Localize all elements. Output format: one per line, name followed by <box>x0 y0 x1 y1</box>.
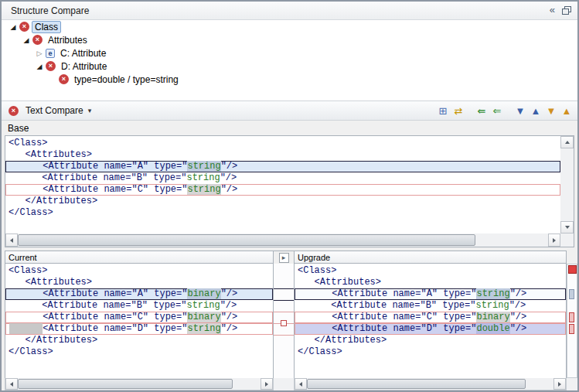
diff-change-icon: × <box>46 61 56 71</box>
upgrade-pane-label: Upgrade <box>298 253 330 262</box>
copy-current-right-to-left-icon[interactable]: ⇐ <box>489 103 505 118</box>
chevron-down-icon: ▾ <box>88 107 92 114</box>
compare-editor-window: Structure Compare « ◢×Class◢×Attributes▷… <box>0 0 579 392</box>
code-line[interactable]: <Class> <box>5 265 273 277</box>
code-line[interactable]: </Class> <box>5 346 273 358</box>
tree-expander-icon[interactable]: ◢ <box>34 63 45 70</box>
base-pane-label: Base <box>8 123 29 134</box>
copy-all-right-to-left-icon[interactable]: ⇚ <box>474 103 489 118</box>
code-line[interactable]: <Class> <box>295 265 566 277</box>
code-line[interactable]: <Attribute name="C" type="binary"/> <box>295 312 566 323</box>
code-line[interactable]: <Attributes> <box>5 149 560 161</box>
overview-ruler-header <box>567 251 577 264</box>
overview-ruler <box>567 251 577 390</box>
code-line[interactable]: <Attribute name="A" type="binary"/> <box>5 288 273 300</box>
collapse-panel-icon[interactable]: « <box>550 5 555 15</box>
scroll-thumb[interactable] <box>18 234 475 246</box>
upgrade-horizontal-scrollbar[interactable] <box>294 378 567 390</box>
xml-element-icon: e <box>46 49 55 58</box>
tree-item[interactable]: ◢×D: Attribute <box>2 60 577 73</box>
tree-expander-icon[interactable]: ◢ <box>21 36 32 44</box>
merge-direction-icon: ▸ <box>279 253 289 263</box>
scroll-track[interactable] <box>18 378 261 390</box>
tree-expander-icon[interactable]: ◢ <box>8 23 19 31</box>
diff-connectors <box>274 264 294 378</box>
code-line[interactable]: <Attribute name="D" type="string"/> <box>5 323 273 335</box>
previous-change-icon[interactable]: ▲ <box>559 103 574 118</box>
diff-connector-strip: ▸ <box>274 251 294 390</box>
overview-conflict-marker[interactable] <box>569 324 574 334</box>
code-line[interactable]: </Attributes> <box>5 196 560 207</box>
code-line[interactable]: <Attribute name="B" type="string"/> <box>5 172 560 184</box>
text-compare-header: × Text Compare ▾ ⊞⇄⇚⇐▼▲▼▲ <box>2 101 577 121</box>
code-line[interactable]: <Attribute name="A" type="string"/> <box>295 288 566 300</box>
code-line[interactable]: <Attributes> <box>5 277 273 288</box>
tree-item-label: Class <box>32 21 61 33</box>
diff-change-icon: × <box>32 35 43 45</box>
text-compare-toolbar: ⊞⇄⇚⇐▼▲▼▲ <box>435 103 574 118</box>
code-line[interactable]: <Attribute name="B" type="string"/> <box>5 300 273 312</box>
scroll-thumb[interactable] <box>18 379 233 389</box>
code-line[interactable]: <Attribute name="C" type="string"/> <box>5 184 560 196</box>
tree-item-label: type=double / type=string <box>71 73 182 86</box>
code-line[interactable]: <Attributes> <box>295 277 566 288</box>
structure-compare-tree: ◢×Class◢×Attributes▷eC: Attribute◢×D: At… <box>2 20 577 101</box>
scroll-track[interactable] <box>18 233 548 247</box>
base-editor: <Class> <Attributes> <Attribute name="A"… <box>5 135 574 247</box>
base-vertical-scrollbar[interactable] <box>560 136 574 233</box>
connector-strip-body <box>274 264 294 378</box>
scroll-down-button[interactable] <box>560 221 574 233</box>
next-difference-icon[interactable]: ▼ <box>513 103 528 118</box>
scrollbar-corner <box>560 233 574 247</box>
scroll-right-button[interactable] <box>553 378 566 390</box>
overview-change-marker[interactable] <box>569 289 574 299</box>
tree-item[interactable]: ×type=double / type=string <box>2 73 577 86</box>
current-pane-label: Current <box>9 253 37 262</box>
restore-panel-icon[interactable] <box>562 6 571 15</box>
base-horizontal-scrollbar[interactable] <box>5 233 560 247</box>
tree-item-label: Attributes <box>45 34 90 46</box>
scroll-right-button[interactable] <box>548 233 560 247</box>
overview-ruler-footer <box>567 378 577 390</box>
code-line[interactable]: <Class> <box>5 138 560 149</box>
text-compare-title: Text Compare <box>26 105 83 116</box>
scroll-left-button[interactable] <box>5 233 18 247</box>
overview-conflict-summary-marker[interactable] <box>568 265 577 274</box>
code-line[interactable]: </Class> <box>5 207 560 219</box>
scroll-right-button[interactable] <box>261 378 273 390</box>
tree-item-label: C: Attribute <box>57 47 109 60</box>
base-code-area[interactable]: <Class> <Attributes> <Attribute name="A"… <box>5 136 560 233</box>
scroll-track[interactable] <box>560 148 574 221</box>
current-horizontal-scrollbar[interactable] <box>5 378 274 390</box>
current-editor: Current <Class> <Attributes> <Attribute … <box>5 251 274 390</box>
code-line[interactable]: </Attributes> <box>295 335 566 346</box>
conflict-resolve-handle[interactable] <box>281 321 287 326</box>
tree-item[interactable]: ◢×Class <box>2 20 577 33</box>
code-line[interactable]: <Attribute name="B" type="string"/> <box>295 300 566 312</box>
swap-left-right-icon[interactable]: ⇄ <box>451 103 466 118</box>
code-line[interactable]: <Attribute name="D" type="double"/> <box>295 323 566 335</box>
scroll-left-button[interactable] <box>5 378 18 390</box>
code-line[interactable]: </Attributes> <box>5 335 273 346</box>
ancestor-pane-toggle-icon[interactable]: ⊞ <box>435 103 451 118</box>
scroll-up-button[interactable] <box>560 136 574 148</box>
scroll-left-button[interactable] <box>295 378 307 390</box>
code-line[interactable]: <Attribute name="A" type="string"/> <box>5 161 560 172</box>
tree-item[interactable]: ◢×Attributes <box>2 33 577 46</box>
upgrade-code-area[interactable]: <Class> <Attributes> <Attribute name="A"… <box>294 264 567 378</box>
tree-item[interactable]: ▷eC: Attribute <box>2 46 577 60</box>
current-pane-header: Current <box>5 251 274 264</box>
text-compare-selector[interactable]: × Text Compare ▾ <box>8 105 91 116</box>
diff-change-icon: × <box>19 22 29 32</box>
overview-conflict-marker[interactable] <box>569 312 574 322</box>
diff-change-icon: × <box>59 74 69 84</box>
code-line[interactable]: </Class> <box>295 346 566 358</box>
scroll-track[interactable] <box>307 378 553 390</box>
connector-strip-header: ▸ <box>274 251 294 264</box>
previous-difference-icon[interactable]: ▲ <box>528 103 543 118</box>
scroll-thumb[interactable] <box>307 379 526 389</box>
current-code-area[interactable]: <Class> <Attributes> <Attribute name="A"… <box>5 264 274 378</box>
next-change-icon[interactable]: ▼ <box>543 103 559 118</box>
tree-expander-icon[interactable]: ▷ <box>34 49 45 57</box>
code-line[interactable]: <Attribute name="C" type="binary"/> <box>5 312 273 323</box>
